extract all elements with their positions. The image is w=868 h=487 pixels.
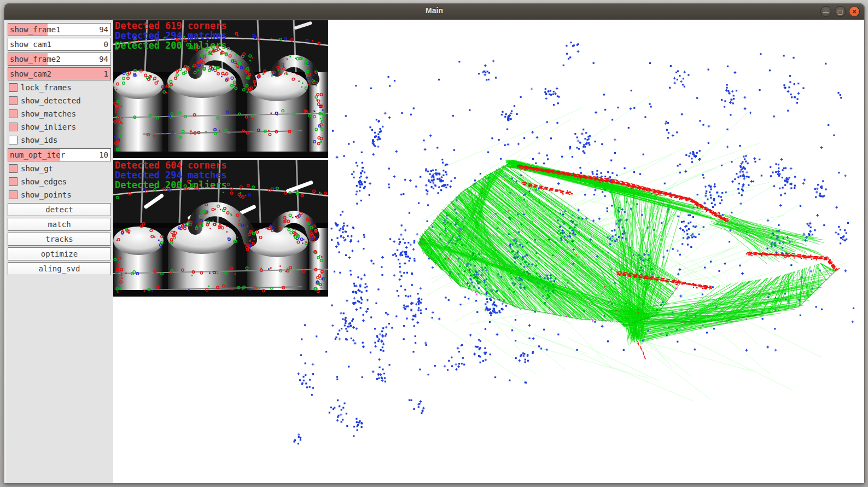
slider-label: show_cam2: [10, 68, 51, 80]
checkbox-show_edges[interactable]: show_edges: [9, 177, 111, 188]
checkbox-show_gt[interactable]: show_gt: [9, 164, 111, 175]
checkbox-box[interactable]: [9, 177, 18, 186]
slider-show_cam1[interactable]: show_cam10: [8, 38, 111, 51]
checkbox-show_inliers[interactable]: show_inliers: [9, 123, 111, 133]
camera-view-2[interactable]: Detected 604 cornersDetected 294 matches…: [113, 160, 328, 297]
titlebar[interactable]: Main — ▢ ✕: [4, 4, 864, 20]
slider-value: 0: [104, 38, 108, 50]
slider-value: 10: [99, 149, 108, 161]
main-content: show_frame194show_cam10show_frame294show…: [4, 20, 864, 483]
control-panel: show_frame194show_cam10show_frame294show…: [5, 20, 113, 483]
button-optimize[interactable]: optimize: [8, 247, 111, 260]
checkbox-box[interactable]: [9, 96, 18, 105]
close-button[interactable]: ✕: [849, 6, 860, 17]
window-title: Main: [4, 6, 864, 15]
slider-show_frame2[interactable]: show_frame294: [8, 53, 111, 66]
camera-view-1[interactable]: Detected 619 cornersDetected 294 matches…: [113, 20, 328, 158]
button-tracks[interactable]: tracks: [8, 233, 111, 246]
button-match[interactable]: match: [8, 218, 111, 231]
checkbox-box[interactable]: [9, 136, 18, 144]
slider-label: show_cam1: [10, 38, 51, 50]
overlay-line: Detected 604 corners: [115, 160, 227, 170]
button-aling_svd[interactable]: aling_svd: [8, 262, 111, 275]
checkbox-box[interactable]: [9, 83, 18, 92]
minimize-button[interactable]: —: [820, 6, 831, 17]
checkbox-show_detected[interactable]: show_detected: [9, 96, 111, 107]
checkbox-box[interactable]: [9, 123, 18, 131]
checkbox-label: show_gt: [21, 164, 53, 173]
detection-overlay-text: Detected 604 cornersDetected 294 matches…: [115, 160, 227, 190]
detection-overlay-text: Detected 619 cornersDetected 294 matches…: [115, 21, 227, 50]
checkbox-label: show_detected: [21, 96, 81, 106]
checkbox-label: show_ids: [21, 136, 57, 145]
slider-label: show_frame1: [10, 24, 61, 36]
app-window: Main — ▢ ✕ show_frame194show_cam10show_f…: [4, 3, 865, 484]
checkbox-label: show_matches: [21, 109, 76, 119]
checkbox-box[interactable]: [9, 109, 18, 118]
slider-label: num_opt_iter: [10, 149, 65, 161]
overlay-line: Detected 200 inliers: [115, 40, 227, 50]
overlay-line: Detected 619 corners: [115, 21, 227, 31]
overlay-line: Detected 294 matches: [115, 31, 227, 40]
checkbox-label: show_inliers: [21, 123, 76, 132]
checkbox-label: show_edges: [21, 177, 67, 187]
slider-num_opt_iter[interactable]: num_opt_iter10: [8, 148, 111, 161]
slider-label: show_frame2: [10, 53, 61, 65]
slider-value: 1: [104, 68, 108, 80]
slider-show_cam2[interactable]: show_cam21: [8, 67, 111, 80]
checkbox-box[interactable]: [9, 190, 18, 199]
slider-show_frame1[interactable]: show_frame194: [8, 23, 111, 36]
maximize-button[interactable]: ▢: [835, 6, 846, 17]
checkbox-lock_frames[interactable]: lock_frames: [9, 83, 111, 94]
checkbox-label: show_points: [21, 190, 72, 200]
button-detect[interactable]: detect: [8, 203, 111, 216]
checkbox-box[interactable]: [9, 164, 18, 173]
checkbox-show_points[interactable]: show_points: [9, 190, 111, 201]
overlay-line: Detected 200 inliers: [115, 180, 227, 190]
slider-value: 94: [99, 24, 108, 36]
checkbox-show_ids[interactable]: show_ids: [9, 136, 111, 146]
overlay-line: Detected 294 matches: [115, 170, 227, 180]
checkbox-show_matches[interactable]: show_matches: [9, 109, 111, 120]
checkbox-label: lock_frames: [21, 83, 72, 92]
slider-value: 94: [99, 53, 108, 65]
